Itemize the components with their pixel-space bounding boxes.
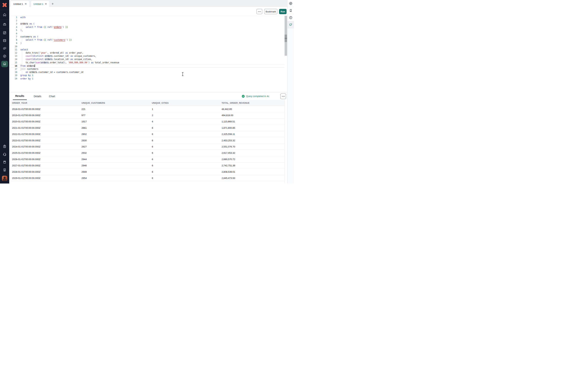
- line-content: select * from {{ ref('customers') }}: [20, 38, 72, 42]
- laptop-icon: [3, 62, 7, 66]
- table-row[interactable]: 2020-01-01T00:00:00.000Z191741,115,869.5…: [9, 119, 285, 125]
- line-content: ),: [20, 29, 23, 32]
- cell-toolbar: Bookmark Run: [9, 7, 287, 16]
- tab-results[interactable]: Results: [13, 92, 27, 100]
- app-window: Untitled 1 ✕ Untitled 1 ✕ Bookmark Run: [0, 0, 294, 184]
- table-row[interactable]: 2018-01-01T00:00:00.000Z221144,442.65: [9, 106, 285, 112]
- new-tab-button[interactable]: [50, 1, 56, 7]
- table-row[interactable]: 2027-01-01T00:00:00.000Z294662,742,751.3…: [9, 163, 285, 169]
- right-sidebar-item-compass[interactable]: [287, 0, 294, 7]
- column-header[interactable]: UNIQUE_CITIES: [149, 102, 219, 104]
- tab-chart[interactable]: Chart: [47, 92, 57, 100]
- line-number: 14: [9, 58, 17, 61]
- user-avatar[interactable]: [2, 176, 7, 181]
- table-row[interactable]: 2029-01-01T00:00:00.000Z295462,845,473.9…: [9, 175, 285, 181]
- run-button[interactable]: Run: [279, 9, 286, 14]
- sidebar-item-drawer[interactable]: [0, 19, 9, 29]
- table-cell: 6: [149, 164, 219, 167]
- column-header[interactable]: TOTAL_ORDER_REVENUE: [219, 102, 285, 104]
- code-editor[interactable]: 1with23orders as (4 select * from {{ ref…: [9, 16, 285, 80]
- table-cell: 2028-01-01T00:00:00.000Z: [9, 171, 79, 173]
- hex-logo[interactable]: [0, 0, 9, 10]
- table-row[interactable]: 2022-01-01T00:00:00.000Z290262,325,556.1…: [9, 131, 285, 137]
- table-cell: 2,551,076.70: [219, 145, 285, 148]
- editor-scrollbar[interactable]: [285, 16, 287, 56]
- sidebar-item-headset[interactable]: [0, 150, 9, 158]
- sidebar-item-building[interactable]: [0, 166, 9, 174]
- code-line-4[interactable]: 4 select * from {{ ref('orders') }}: [9, 25, 285, 29]
- column-header[interactable]: ORDER_YEAR: [9, 102, 79, 104]
- table-row[interactable]: 2021-01-01T00:00:00.000Z266161,871,800.8…: [9, 125, 285, 131]
- table-row[interactable]: 2019-01-01T00:00:00.000Z9772494,818.00: [9, 112, 285, 118]
- code-window-icon: [3, 39, 7, 42]
- table-row[interactable]: 2025-01-01T00:00:00.000Z293262,617,453.3…: [9, 150, 285, 156]
- code-line-16[interactable]: 16from orders: [9, 64, 285, 67]
- table-cell: 2,808,539.01: [219, 171, 285, 173]
- code-line-9[interactable]: 9): [9, 42, 285, 45]
- table-cell: 2,453,253.32: [219, 139, 285, 142]
- code-line-10[interactable]: 10: [9, 45, 285, 48]
- tab-details[interactable]: Details: [32, 92, 43, 100]
- bookmark-button[interactable]: Bookmark: [264, 9, 277, 14]
- windows-icon: [3, 46, 7, 50]
- sidebar-item-grid[interactable]: [0, 29, 9, 37]
- code-line-17[interactable]: 17join customers: [9, 67, 285, 71]
- table-cell: 2025-01-01T00:00:00.000Z: [9, 152, 79, 154]
- line-number: 7: [9, 35, 17, 38]
- sidebar-item-compass[interactable]: [0, 52, 9, 60]
- code-line-15[interactable]: 15 to_char(sum(orders.order_total), '999…: [9, 61, 285, 64]
- column-header[interactable]: UNIQUE_CUSTOMERS: [79, 102, 149, 104]
- line-number: 13: [9, 54, 17, 58]
- cell-more-button[interactable]: [257, 9, 262, 14]
- sidebar-item-book[interactable]: [0, 158, 9, 166]
- sidebar-item-windows[interactable]: [0, 44, 9, 52]
- right-sidebar-item-ai-chat[interactable]: [287, 21, 294, 28]
- building-icon: [3, 168, 7, 172]
- right-sidebar-item-bookmark[interactable]: [287, 7, 294, 14]
- line-content: select: [20, 48, 28, 51]
- right-sidebar-item-history[interactable]: [287, 14, 294, 21]
- table-row[interactable]: 2028-01-01T00:00:00.000Z294962,808,539.0…: [9, 169, 285, 175]
- close-icon[interactable]: ✕: [25, 3, 27, 5]
- close-icon[interactable]: ✕: [45, 3, 47, 5]
- table-row[interactable]: 2024-01-01T00:00:00.000Z292762,551,076.7…: [9, 144, 285, 150]
- code-line-13[interactable]: 13 count(distinct orders.customer_id) as…: [9, 54, 285, 58]
- sidebar-item-laptop[interactable]: [0, 60, 9, 68]
- table-cell: 977: [79, 114, 149, 117]
- table-cell: 2879: [79, 183, 149, 184]
- code-line-14[interactable]: 14 count(distinct orders.location_id) as…: [9, 58, 285, 61]
- results-more-button[interactable]: [280, 93, 286, 99]
- run-button-label: Run: [280, 10, 285, 13]
- table-row[interactable]: 2030-01-01T00:00:00.000Z287961,841,049.3…: [9, 181, 285, 184]
- code-line-3[interactable]: 3orders as (: [9, 22, 285, 25]
- code-line-6[interactable]: 6: [9, 32, 285, 35]
- code-line-7[interactable]: 7customers as (: [9, 35, 285, 38]
- sidebar-item-home[interactable]: [0, 10, 9, 19]
- code-line-19[interactable]: 19group by 1: [9, 74, 285, 77]
- table-cell: 2,690,570.72: [219, 158, 285, 161]
- sidebar-item-code-window[interactable]: [0, 37, 9, 44]
- document-tab-2[interactable]: Untitled 1 ✕: [31, 1, 50, 7]
- code-line-5[interactable]: 5),: [9, 29, 285, 32]
- line-number: 16: [9, 64, 17, 67]
- code-line-2[interactable]: 2: [9, 19, 285, 22]
- code-line-8[interactable]: 8 select * from {{ ref('customers') }}: [9, 38, 285, 42]
- table-cell: 2927: [79, 145, 149, 148]
- code-line-11[interactable]: 11select: [9, 48, 285, 51]
- table-cell: 2,845,473.93: [219, 177, 285, 179]
- table-cell: 44,442.65: [219, 108, 285, 110]
- table-cell: 2026-01-01T00:00:00.000Z: [9, 158, 79, 161]
- sidebar-item-clipboard[interactable]: [0, 142, 9, 150]
- code-line-1[interactable]: 1with: [9, 16, 285, 19]
- headset-icon: [3, 152, 7, 156]
- text-caret: [35, 65, 35, 67]
- table-row[interactable]: 2026-01-01T00:00:00.000Z294462,690,570.7…: [9, 156, 285, 162]
- line-number: 19: [9, 74, 17, 77]
- code-line-20[interactable]: 20order by 1: [9, 77, 285, 80]
- table-row[interactable]: 2023-01-01T00:00:00.000Z293062,453,253.3…: [9, 137, 285, 144]
- code-line-12[interactable]: 12 date_trunc('year', ordered_at) as ord…: [9, 51, 285, 54]
- line-number: 8: [9, 38, 17, 42]
- code-line-18[interactable]: 18 on orders.customer_id = customers.cus…: [9, 71, 285, 74]
- left-sidebar: [0, 0, 9, 184]
- document-tab-1[interactable]: Untitled 1 ✕: [11, 1, 29, 7]
